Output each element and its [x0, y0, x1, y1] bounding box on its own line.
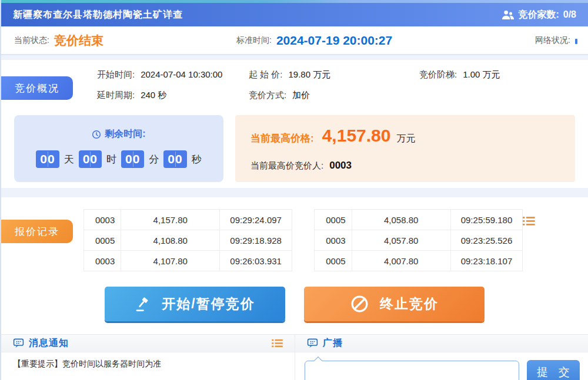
info-delay-period: 延时周期: 240 秒	[97, 90, 249, 101]
clock-icon	[92, 130, 101, 139]
info-start-price: 起 始 价: 19.80 万元	[249, 69, 419, 80]
auction-overview-section: 竞价概况 开始时间: 2024-07-04 10:30:00 起 始 价: 19…	[1, 69, 588, 182]
highest-price-row: 当前最高价格: 4,157.80 万元	[250, 126, 560, 146]
unit-hours: 时	[106, 153, 116, 166]
server-time-group: 标准时间: 2024-07-19 20:00:27	[236, 26, 392, 54]
highest-price-unit: 万元	[396, 133, 415, 145]
time-value: 2024-07-19 20:00:27	[276, 33, 392, 48]
start-pause-button[interactable]: 开始/暂停竞价	[105, 287, 285, 321]
bidders-icon	[502, 10, 514, 20]
network-signal-icon	[575, 39, 577, 44]
current-state-group: 当前状态: 竞价结束	[14, 26, 103, 54]
section-divider	[1, 188, 588, 197]
notice-list-icon[interactable]	[272, 339, 283, 348]
start-pause-label: 开始/暂停竞价	[162, 295, 255, 313]
remaining-time-box: 剩余时间: 00 天 00 时 00 分 00 秒	[14, 115, 223, 182]
time-label: 标准时间:	[236, 35, 272, 46]
bidders-count: 0/8	[563, 9, 576, 20]
countdown-digits: 00 天 00 时 00 分 00 秒	[14, 150, 223, 168]
page-title: 新疆察布查尔县塔勒德村陶瓷土矿详查	[13, 9, 183, 21]
highest-bidder-label: 当前最高价竞价人:	[250, 160, 323, 171]
message-bubble-icon	[13, 338, 24, 349]
bidders-label: 竞价家数:	[518, 9, 559, 21]
state-value: 竞价结束	[54, 32, 103, 49]
gavel-icon	[135, 296, 151, 312]
records-list-icon[interactable]	[523, 216, 535, 226]
info-bid-mode: 竞价方式: 加价	[249, 90, 419, 101]
info-start-time: 开始时间: 2024-07-04 10:30:00	[97, 69, 249, 80]
unit-seconds: 秒	[192, 153, 202, 166]
bottom-panels: 消息通知 【重要提示】竞价时间以服务器时间为准 广播 提 交	[1, 334, 588, 380]
terminate-button[interactable]: 终止竞价	[304, 287, 485, 321]
prohibit-icon	[350, 294, 369, 314]
unit-minutes: 分	[149, 153, 159, 166]
status-bar: 当前状态: 竞价结束 标准时间: 2024-07-19 20:00:27 网络状…	[1, 26, 588, 55]
table-row: 0003 4,107.80 09:26:03.931	[84, 251, 292, 271]
countdown-seconds: 00	[163, 150, 186, 168]
table-row: 0003 4,057.80 09:23:25.526	[315, 230, 523, 251]
notice-panel: 消息通知 【重要提示】竞价时间以服务器时间为准	[1, 335, 295, 380]
overview-info-grid: 开始时间: 2024-07-04 10:30:00 起 始 价: 19.80 万…	[97, 69, 576, 101]
broadcast-bubble-icon	[307, 338, 318, 349]
bid-table-left: 0003 4,157.80 09:29:24.097 0005 4,108.80…	[83, 209, 292, 271]
broadcast-content: 提 交	[295, 352, 588, 380]
highest-price-box: 当前最高价格: 4,157.80 万元 当前最高价竞价人: 0003	[235, 115, 575, 182]
broadcast-panel: 广播 提 交	[295, 335, 588, 380]
terminate-label: 终止竞价	[380, 295, 439, 313]
remaining-time-title: 剩余时间:	[14, 128, 223, 140]
overview-boxes: 剩余时间: 00 天 00 时 00 分 00 秒 当前最高价格: 4,157.…	[14, 115, 575, 182]
remaining-time-label: 剩余时间:	[105, 128, 145, 140]
notice-header: 消息通知	[1, 335, 295, 352]
table-row: 0003 4,157.80 09:29:24.097	[84, 210, 292, 230]
network-label: 网络状况:	[535, 35, 570, 46]
countdown-days: 00	[36, 150, 59, 168]
section-divider	[1, 55, 588, 60]
table-row: 0005 4,058.80 09:25:59.180	[315, 210, 523, 230]
notice-title: 消息通知	[29, 337, 69, 349]
network-status-group: 网络状况:	[535, 26, 577, 54]
unit-days: 天	[64, 153, 74, 166]
bidder-count-group: 竞价家数: 0/8	[502, 9, 576, 21]
highest-bidder-value: 0003	[329, 160, 352, 171]
notice-content: 【重要提示】竞价时间以服务器时间为准	[1, 352, 295, 376]
highest-price-label: 当前最高价格:	[250, 132, 314, 145]
table-row: 0005 4,108.80 09:29:18.928	[84, 230, 292, 251]
records-tables: 0003 4,157.80 09:29:24.097 0005 4,108.80…	[83, 209, 577, 271]
submit-button[interactable]: 提 交	[527, 360, 580, 380]
action-buttons: 开始/暂停竞价 终止竞价	[1, 287, 588, 321]
broadcast-input-wrap	[305, 361, 519, 380]
broadcast-header: 广播	[295, 335, 588, 352]
info-increment: 竞价阶梯: 1.00 万元	[419, 69, 576, 80]
countdown-minutes: 00	[121, 150, 144, 168]
highest-price-value: 4,157.80	[322, 126, 391, 146]
records-badge: 报价记录	[1, 220, 73, 243]
title-bar: 新疆察布查尔县塔勒德村陶瓷土矿详查 竞价家数: 0/8	[1, 3, 588, 26]
broadcast-title: 广播	[323, 337, 343, 349]
bid-table-right: 0005 4,058.80 09:25:59.180 0003 4,057.80…	[314, 209, 523, 271]
broadcast-input[interactable]	[305, 361, 519, 380]
table-row: 0005 4,007.80 09:23:18.107	[315, 251, 523, 271]
bid-records-section: 报价记录 0003 4,157.80 09:29:24.097 0005 4,1…	[1, 209, 588, 321]
state-label: 当前状态:	[14, 35, 49, 46]
countdown-hours: 00	[79, 150, 102, 168]
overview-badge: 竞价概况	[1, 76, 73, 100]
highest-bidder-row: 当前最高价竞价人: 0003	[250, 160, 560, 171]
